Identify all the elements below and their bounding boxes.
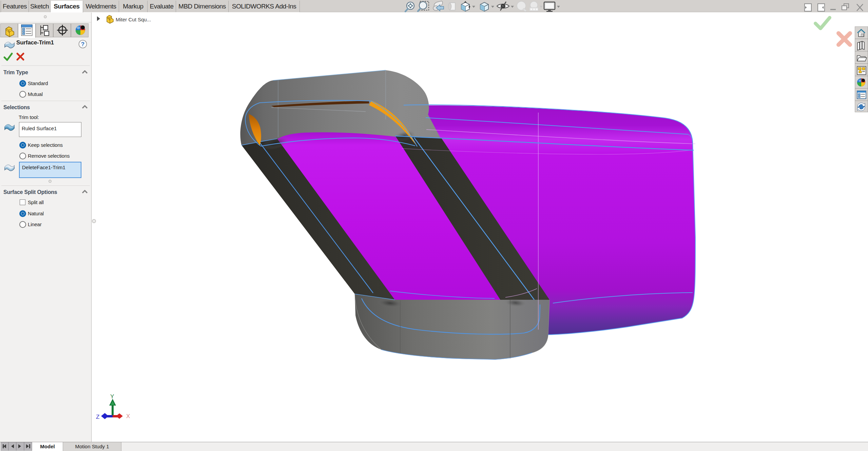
svg-text:X: X: [126, 413, 130, 419]
svg-text:Miter Cut Squ...: Miter Cut Squ...: [116, 17, 151, 22]
svg-text:Y: Y: [110, 393, 114, 400]
svg-text:?: ?: [81, 41, 84, 47]
svg-text:Z: Z: [96, 414, 99, 420]
